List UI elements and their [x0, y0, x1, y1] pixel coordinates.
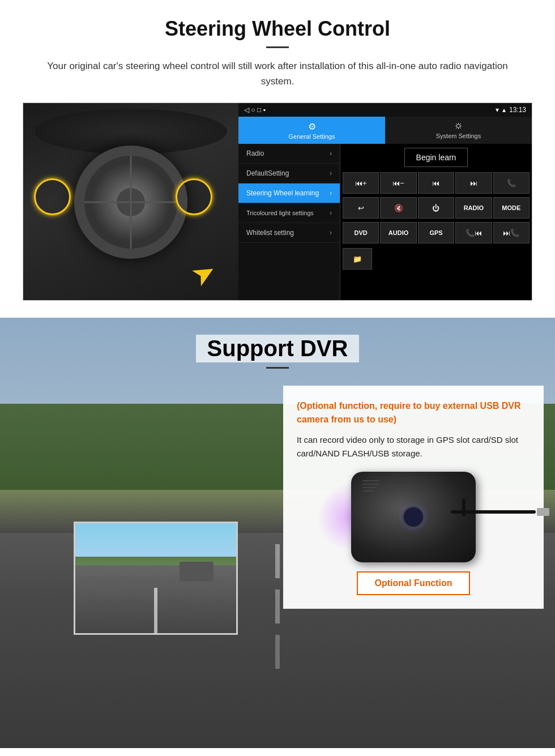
menu-radio-label: Radio — [246, 150, 264, 157]
android-content: Radio › DefaultSetting › Steering Wheel … — [238, 144, 532, 300]
control-buttons-row1: ⏮+ ⏮− ⏮ ⏭ 📞 — [340, 171, 532, 195]
status-time: 13:13 — [509, 106, 526, 114]
steering-wheel-image: ➤ — [23, 103, 238, 301]
control-buttons-row3: DVD AUDIO GPS 📞⏮ ⏭📞 — [340, 221, 532, 245]
left-control-highlight — [34, 178, 71, 215]
ctrl-vol-up[interactable]: ⏮+ — [343, 172, 379, 194]
steering-wheel — [74, 146, 187, 259]
dvr-section: Support DVR (Optional function, require … — [0, 318, 555, 748]
usb-cable-assembly — [451, 508, 549, 516]
menu-whitelist-label: Whitelist setting — [246, 229, 294, 237]
ctrl-phone[interactable]: 📞 — [493, 172, 530, 194]
tab-general-label: General Settings — [289, 133, 335, 140]
menu-default-label: DefaultSetting — [246, 169, 289, 177]
tab-system-label: System Settings — [436, 133, 481, 139]
steering-image-bg: ➤ — [23, 103, 238, 301]
ctrl-mute[interactable]: 🔇 — [380, 197, 416, 219]
dashcam-screenshot — [74, 522, 238, 635]
begin-learn-button[interactable]: Begin learn — [404, 148, 468, 167]
title-divider — [266, 46, 289, 48]
menu-tricoloured-label: Tricoloured light settings — [246, 210, 314, 216]
ctrl-file[interactable]: 📁 — [343, 248, 372, 270]
android-buttons: Begin learn ⏮+ ⏮− ⏮ ⏭ 📞 ↩ 🔇 ⏻ — [340, 144, 532, 300]
ctrl-gps[interactable]: GPS — [418, 222, 454, 244]
ctrl-back[interactable]: ↩ — [343, 197, 379, 219]
system-settings-icon: ⛭ — [454, 121, 463, 131]
ctrl-vol-down[interactable]: ⏮− — [380, 172, 416, 194]
camera-vents — [362, 480, 379, 492]
chevron-steering-icon: › — [330, 189, 332, 197]
optional-function-button[interactable]: Optional Function — [357, 571, 471, 595]
tab-system-settings[interactable]: ⛭ System Settings — [385, 117, 532, 144]
ctrl-phone-next[interactable]: ⏭📞 — [493, 222, 530, 244]
dvr-description: It can record video only to storage in G… — [297, 433, 530, 460]
menu-steering-label: Steering Wheel learning — [246, 189, 319, 197]
chevron-default-icon: › — [330, 169, 332, 177]
ctrl-radio[interactable]: RADIO — [455, 197, 492, 219]
bottom-icon-row: 📁 — [340, 246, 532, 272]
steering-section: Steering Wheel Control Your original car… — [0, 0, 555, 312]
ctrl-phone-prev[interactable]: 📞⏮ — [455, 222, 492, 244]
steering-demo: ➤ ◁ ○ □ ▪ ▾ ▴ 13:13 ⚙ General Settings — [23, 102, 532, 301]
dvr-camera-area — [297, 472, 530, 562]
statusbar-icons: ◁ ○ □ ▪ — [244, 106, 266, 114]
dvr-camera-body — [351, 472, 476, 562]
dvr-title: Support DVR — [196, 335, 360, 362]
menu-item-defaultsetting[interactable]: DefaultSetting › — [238, 164, 340, 183]
dvr-title-area: Support DVR — [0, 318, 555, 369]
ctrl-audio[interactable]: AUDIO — [380, 222, 416, 244]
page-title: Steering Wheel Control — [23, 17, 532, 41]
menu-item-steering[interactable]: Steering Wheel learning › — [238, 183, 340, 203]
screenshot-lane — [154, 588, 157, 633]
begin-learn-row: Begin learn — [340, 144, 532, 171]
ctrl-power[interactable]: ⏻ — [418, 197, 454, 219]
android-ui: ◁ ○ □ ▪ ▾ ▴ 13:13 ⚙ General Settings ⛭ S… — [238, 103, 532, 300]
tab-general-settings[interactable]: ⚙ General Settings — [238, 117, 385, 144]
signal-icon: ▴ — [502, 106, 506, 114]
usb-cable — [451, 510, 536, 514]
ctrl-mode[interactable]: MODE — [493, 197, 530, 219]
chevron-whitelist-icon: › — [330, 229, 332, 237]
usb-plug — [537, 508, 549, 516]
android-tabs: ⚙ General Settings ⛭ System Settings — [238, 117, 532, 144]
control-buttons-row2: ↩ 🔇 ⏻ RADIO MODE — [340, 196, 532, 220]
menu-item-tricoloured[interactable]: Tricoloured light settings › — [238, 203, 340, 223]
dvr-title-divider — [266, 367, 289, 369]
android-statusbar: ◁ ○ □ ▪ ▾ ▴ 13:13 — [238, 103, 532, 117]
camera-lens — [402, 506, 425, 528]
camera-with-cable — [351, 472, 476, 562]
dvr-optional-text: (Optional function, require to buy exter… — [297, 399, 530, 426]
chevron-radio-icon: › — [330, 150, 332, 157]
menu-item-radio[interactable]: Radio › — [238, 144, 340, 164]
ctrl-dvd[interactable]: DVD — [343, 222, 379, 244]
ctrl-next[interactable]: ⏭ — [455, 172, 492, 194]
ctrl-prev[interactable]: ⏮ — [418, 172, 454, 194]
chevron-tricoloured-icon: › — [330, 209, 332, 217]
android-menu: Radio › DefaultSetting › Steering Wheel … — [238, 144, 340, 300]
dvr-info-card: (Optional function, require to buy exter… — [283, 386, 544, 609]
wifi-icon: ▾ — [496, 106, 499, 114]
general-settings-icon: ⚙ — [308, 121, 316, 132]
section-subtitle: Your original car's steering wheel contr… — [34, 58, 521, 89]
screenshot-car — [180, 562, 214, 582]
menu-item-whitelist[interactable]: Whitelist setting › — [238, 223, 340, 243]
